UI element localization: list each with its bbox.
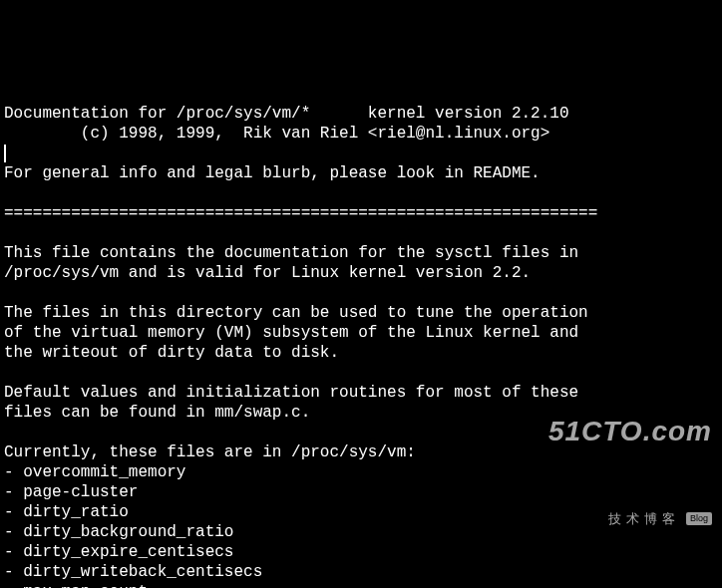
- doc-paragraph: files can be found in mm/swap.c.: [4, 404, 310, 422]
- doc-list-header: Currently, these files are in /proc/sys/…: [4, 443, 416, 461]
- doc-list-item: - dirty_ratio: [4, 503, 129, 521]
- terminal-output: Documentation for /proc/sys/vm/* kernel …: [4, 84, 718, 588]
- doc-list-item: - overcommit_memory: [4, 463, 185, 481]
- doc-list-item: - dirty_background_ratio: [4, 523, 233, 541]
- doc-paragraph: This file contains the documentation for…: [4, 244, 578, 262]
- doc-title: Documentation for /proc/sys/vm/* kernel …: [4, 105, 569, 123]
- doc-list-item: - dirty_writeback_centisecs: [4, 563, 262, 581]
- doc-paragraph: of the virtual memory (VM) subsystem of …: [4, 324, 578, 342]
- doc-list-item: - max_map_count: [4, 583, 148, 588]
- doc-divider: ========================================…: [4, 204, 597, 222]
- doc-paragraph: the writeout of dirty data to disk.: [4, 344, 339, 362]
- doc-paragraph: The files in this directory can be used …: [4, 304, 588, 322]
- doc-list-item: - page-cluster: [4, 483, 138, 501]
- text-cursor: [4, 145, 6, 162]
- doc-list-item: - dirty_expire_centisecs: [4, 543, 233, 561]
- doc-paragraph: Default values and initialization routin…: [4, 384, 578, 402]
- doc-copyright: (c) 1998, 1999, Rik van Riel <riel@nl.li…: [4, 125, 549, 143]
- doc-paragraph: /proc/sys/vm and is valid for Linux kern…: [4, 264, 531, 282]
- doc-intro: For general info and legal blurb, please…: [4, 164, 541, 182]
